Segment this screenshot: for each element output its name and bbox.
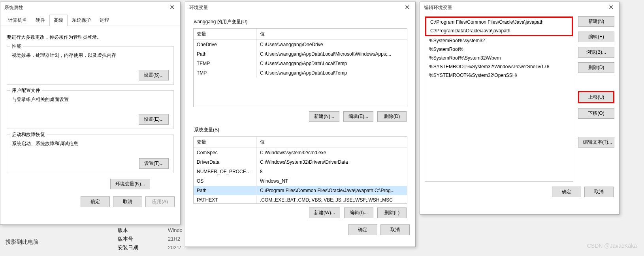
edit-text-button[interactable]: 编辑文本(T)... (578, 137, 614, 148)
titlebar: 环境变量 ✕ (185, 2, 415, 12)
system-properties-dialog: 系统属性 ✕ 计算机名 硬件 高级 系统保护 远程 要进行大多数更改，你必须作为… (0, 2, 181, 225)
var-name: DriverData (194, 157, 257, 167)
list-row[interactable]: PathC:\Users\wanggang\AppData\Local\Micr… (194, 49, 407, 59)
user-delete-button[interactable]: 删除(D) (377, 111, 407, 122)
move-down-button[interactable]: 下移(O) (578, 108, 614, 119)
watermark: CSDN @JavacKaka (587, 243, 637, 249)
performance-legend: 性能 (10, 43, 23, 50)
bg-row-version: 版本 (118, 227, 128, 234)
var-name: OneDrive (194, 40, 257, 49)
user-edit-button[interactable]: 编辑(E)... (343, 111, 373, 122)
var-value: C:\Users\wanggang\AppData\Local\Temp (257, 59, 407, 68)
bg-val-version: Windo (168, 227, 183, 233)
var-name: Path (194, 186, 257, 195)
startup-legend: 启动和故障恢复 (10, 131, 47, 138)
window-title: 编辑环境变量 (424, 4, 452, 11)
cancel-button[interactable]: 取消 (584, 187, 614, 197)
path-row[interactable]: %SystemRoot%\System32\Wbem (425, 54, 573, 62)
highlighted-java-paths: C:\Program Files\Common Files\Oracle\Jav… (425, 17, 573, 36)
performance-settings-button[interactable]: 设置(S)... (139, 70, 169, 80)
list-row[interactable]: ComSpecC:\Windows\system32\cmd.exe (194, 148, 407, 157)
settings-nav-project[interactable]: 投影到此电脑 (6, 239, 39, 246)
userprofile-desc: 与登录帐户相关的桌面设置 (12, 96, 169, 103)
startup-desc: 系统启动、系统故障和调试信息 (12, 140, 169, 147)
close-icon[interactable]: ✕ (402, 4, 412, 11)
path-row[interactable]: %SYSTEMROOT%\System32\WindowsPowerShell\… (425, 62, 573, 71)
var-name: NUMBER_OF_PROCESSORS (194, 167, 257, 176)
var-name: ComSpec (194, 148, 257, 157)
path-row[interactable]: C:\ProgramData\Oracle\Java\javapath (426, 26, 572, 35)
cancel-button[interactable]: 取消 (113, 196, 142, 207)
user-vars-label: wanggang 的用户变量(U) (194, 19, 407, 25)
tab-hardware[interactable]: 硬件 (31, 15, 49, 26)
userprofile-group: 用户配置文件 与登录帐户相关的桌面设置 设置(E)... (7, 90, 174, 129)
edit-button[interactable]: 编辑(E) (578, 32, 614, 42)
col-header-value[interactable]: 值 (257, 137, 407, 148)
sys-vars-label: 系统变量(S) (194, 127, 407, 133)
var-value: .COM;.EXE;.BAT;.CMD;.VBS;.VBE;.JS;.JSE;.… (257, 195, 407, 204)
list-header: 变量 值 (194, 29, 407, 40)
path-row[interactable]: %SystemRoot% (425, 45, 573, 54)
var-name: TEMP (194, 59, 257, 68)
list-row[interactable]: OSWindows_NT (194, 176, 407, 186)
apply-button: 应用(A) (145, 196, 175, 207)
tab-system-protection[interactable]: 系统保护 (68, 15, 95, 26)
titlebar: 系统属性 ✕ (0, 2, 180, 12)
ok-button[interactable]: 确定 (348, 224, 377, 235)
new-button[interactable]: 新建(N) (578, 16, 614, 27)
tab-computer-name[interactable]: 计算机名 (4, 15, 31, 26)
ok-button[interactable]: 确定 (81, 196, 110, 207)
list-row[interactable]: TMPC:\Users\wanggang\AppData\Local\Temp (194, 68, 407, 78)
var-name: Path (194, 49, 257, 59)
startup-settings-button[interactable]: 设置(T)... (139, 158, 169, 169)
path-row[interactable]: C:\Program Files\Common Files\Oracle\Jav… (426, 18, 572, 26)
intro-text: 要进行大多数更改，你必须作为管理员登录。 (7, 34, 174, 41)
userprofile-settings-button[interactable]: 设置(E)... (139, 114, 169, 125)
tab-bar: 计算机名 硬件 高级 系统保护 远程 (0, 15, 180, 26)
var-value: C:\Users\wanggang\AppData\Local\Temp (257, 68, 407, 78)
environment-variables-button[interactable]: 环境变量(N)... (110, 179, 150, 189)
path-list[interactable]: C:\Program Files\Common Files\Oracle\Jav… (425, 16, 573, 182)
list-header: 变量 值 (194, 137, 407, 148)
list-row[interactable]: PathC:\Program Files\Common Files\Oracle… (194, 186, 407, 195)
sys-edit-button[interactable]: 编辑(I)... (344, 207, 373, 218)
sys-vars-list[interactable]: 变量 值 ComSpecC:\Windows\system32\cmd.exeD… (193, 136, 407, 204)
sys-delete-button[interactable]: 删除(L) (377, 207, 407, 218)
var-value: Windows_NT (257, 176, 407, 186)
col-header-value[interactable]: 值 (257, 29, 407, 39)
move-up-button[interactable]: 上移(U) (578, 91, 614, 103)
window-title: 环境变量 (189, 4, 208, 11)
list-row[interactable]: OneDriveC:\Users\wanggang\OneDrive (194, 40, 407, 49)
var-name: PATHEXT (194, 195, 257, 204)
var-value: C:\Users\wanggang\AppData\Local\Microsof… (257, 49, 407, 59)
titlebar: 编辑环境变量 ✕ (420, 2, 619, 12)
list-row[interactable]: PATHEXT.COM;.EXE;.BAT;.CMD;.VBS;.VBE;.JS… (194, 195, 407, 204)
edit-environment-variable-dialog: 编辑环境变量 ✕ C:\Program Files\Common Files\O… (420, 2, 620, 215)
bg-val-build: 21H2 (168, 235, 180, 242)
tab-remote[interactable]: 远程 (95, 15, 113, 26)
list-row[interactable]: NUMBER_OF_PROCESSORS8 (194, 167, 407, 176)
performance-desc: 视觉效果，处理器计划，内存使用，以及虚拟内存 (12, 52, 169, 59)
col-header-name[interactable]: 变量 (194, 29, 257, 39)
ok-button[interactable]: 确定 (552, 187, 581, 197)
delete-button[interactable]: 删除(D) (578, 62, 614, 73)
user-new-button[interactable]: 新建(N)... (309, 111, 339, 122)
var-value: C:\Windows\System32\Drivers\DriverData (257, 157, 407, 167)
tab-advanced[interactable]: 高级 (49, 15, 68, 26)
bg-val-install: 2021/ (168, 244, 181, 250)
list-row[interactable]: TEMPC:\Users\wanggang\AppData\Local\Temp (194, 59, 407, 68)
close-icon[interactable]: ✕ (167, 4, 177, 11)
close-icon[interactable]: ✕ (606, 4, 616, 11)
browse-button[interactable]: 浏览(B)... (578, 47, 614, 58)
sys-new-button[interactable]: 新建(W)... (309, 207, 340, 218)
list-row[interactable]: DriverDataC:\Windows\System32\Drivers\Dr… (194, 157, 407, 167)
environment-variables-dialog: 环境变量 ✕ wanggang 的用户变量(U) 变量 值 OneDriveC:… (185, 2, 416, 247)
path-row[interactable]: %SYSTEMROOT%\System32\OpenSSH\ (425, 71, 573, 80)
cancel-button[interactable]: 取消 (380, 224, 410, 235)
col-header-name[interactable]: 变量 (194, 137, 257, 148)
user-vars-list[interactable]: 变量 值 OneDriveC:\Users\wanggang\OneDriveP… (193, 28, 407, 107)
var-name: TMP (194, 68, 257, 78)
settings-nav-label: 投影到此电脑 (6, 239, 39, 245)
performance-group: 性能 视觉效果，处理器计划，内存使用，以及虚拟内存 设置(S)... (7, 46, 174, 85)
path-row[interactable]: %SystemRoot%\system32 (425, 36, 573, 45)
